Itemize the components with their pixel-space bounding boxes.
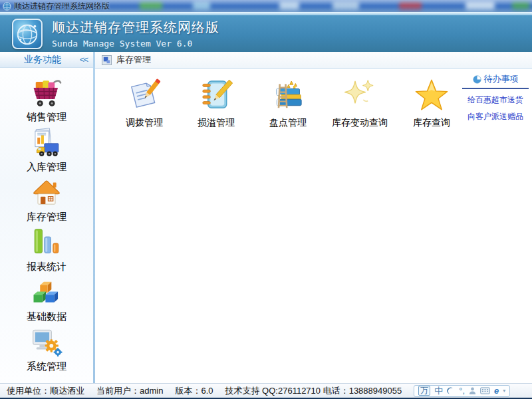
bar-chart-icon (29, 225, 65, 260)
crescent-moon-icon[interactable] (447, 387, 455, 395)
app-subtitle: Sunda Manage System Ver 6.0 (52, 39, 219, 49)
cubes-icon (29, 275, 65, 310)
sidebar-item-label: 报表统计 (27, 261, 66, 273)
todo-link-gifts[interactable]: 向客户派送赠品 (462, 111, 529, 122)
sidebar-item-basedata[interactable]: 基础数据 (0, 275, 93, 325)
ime-settings-icon[interactable]: e (494, 386, 499, 396)
person-icon[interactable] (469, 387, 476, 395)
header-titles: 顺达进销存管理系统网络版 Sunda Manage System Ver 6.0 (52, 19, 219, 49)
module-stock-query[interactable]: 库存查询 (397, 76, 466, 129)
module-label: 盘点管理 (269, 117, 307, 129)
status-support: 技术支持 QQ:276112710 电话：13888949055 (225, 385, 402, 397)
sidebar-header: 业务功能 << (0, 52, 93, 68)
sidebar-item-label: 销售管理 (27, 111, 66, 124)
globe-icon (3, 2, 11, 11)
content-area: 库存管理 (95, 52, 532, 383)
ime-toolbar: 万 中 °, e ▾ (414, 385, 510, 397)
tab-bar: 库存管理 (95, 52, 532, 68)
gold-star-icon (413, 76, 450, 114)
books-ladder-icon (269, 76, 307, 114)
todo-title: 待办事项 (484, 73, 519, 85)
status-version: 版本：6.0 (175, 385, 213, 397)
module-label: 库存查询 (413, 117, 450, 129)
sidebar-title: 业务功能 (5, 54, 80, 66)
sidebar-item-reports[interactable]: 报表统计 (0, 225, 93, 275)
sidebar-item-label: 库存管理 (27, 211, 66, 223)
tab-inventory-management[interactable]: 库存管理 (116, 54, 151, 66)
chevron-down-icon[interactable]: ▾ (503, 388, 505, 394)
sidebar-item-sales[interactable]: 销售管理 (0, 76, 93, 126)
globe-network-icon (15, 21, 40, 47)
module-profit-loss[interactable]: 损溢管理 (182, 76, 251, 129)
keyboard-icon[interactable] (480, 387, 490, 394)
sidebar-items: 销售管理 (0, 68, 93, 383)
pie-sphere-icon (473, 75, 481, 84)
ime-punctuation-toggle[interactable]: °, (459, 386, 465, 396)
house-icon (29, 176, 65, 210)
app-logo (12, 19, 43, 49)
window-titlebar[interactable]: 顺达进销存管理系统网络版 (0, 0, 532, 12)
documents-truck-icon (29, 126, 65, 160)
module-label: 调拨管理 (126, 117, 163, 129)
sparkle-stars-icon (341, 76, 378, 114)
app-window: 顺达进销存管理系统网络版 顺达进销存管理系统网络版 Sunda Manage S… (0, 0, 532, 399)
module-label: 库存变动查询 (332, 117, 388, 129)
sidebar-collapse-button[interactable]: << (80, 55, 88, 65)
content-body: 调拨管理 (95, 68, 532, 383)
todo-link-delivery[interactable]: 给百惠超市送货 (462, 94, 529, 106)
module-stock-change-query[interactable]: 库存变动查询 (325, 76, 394, 129)
sidebar-item-label: 基础数据 (27, 311, 66, 323)
monitor-gears-icon (29, 325, 65, 360)
sidebar: 业务功能 << 销售管理 (0, 52, 93, 383)
status-bar: 使用单位：顺达酒业 当前用户：admin 版本：6.0 技术支持 QQ:2761… (0, 383, 532, 398)
module-transfer[interactable]: 调拨管理 (110, 76, 179, 129)
app-header: 顺达进销存管理系统网络版 Sunda Manage System Ver 6.0 (0, 15, 532, 52)
window-grid-icon (102, 55, 112, 65)
todo-header: 待办事项 (462, 73, 529, 89)
shopping-cart-icon (29, 76, 65, 110)
window-title: 顺达进销存管理系统网络版 (14, 1, 110, 12)
sidebar-item-label: 系统管理 (27, 360, 66, 373)
ime-logo-button[interactable]: 万 (418, 386, 430, 396)
sidebar-item-inventory[interactable]: 库存管理 (0, 176, 93, 225)
app-title: 顺达进销存管理系统网络版 (52, 19, 219, 37)
status-user: 当前用户：admin (96, 385, 163, 397)
status-company: 使用单位：顺达酒业 (7, 385, 84, 397)
sidebar-item-system[interactable]: 系统管理 (0, 325, 93, 375)
sidebar-item-label: 入库管理 (27, 161, 66, 174)
document-pencil-icon (126, 76, 163, 114)
main-row: 业务功能 << 销售管理 (0, 52, 532, 383)
notebook-pencil-icon (198, 76, 235, 114)
todo-panel: 待办事项 给百惠超市送货 向客户派送赠品 (462, 73, 529, 122)
ime-language-toggle[interactable]: 中 (434, 385, 443, 397)
module-stocktake[interactable]: 盘点管理 (253, 76, 323, 129)
module-label: 损溢管理 (198, 117, 235, 129)
sidebar-item-inbound[interactable]: 入库管理 (0, 126, 93, 176)
